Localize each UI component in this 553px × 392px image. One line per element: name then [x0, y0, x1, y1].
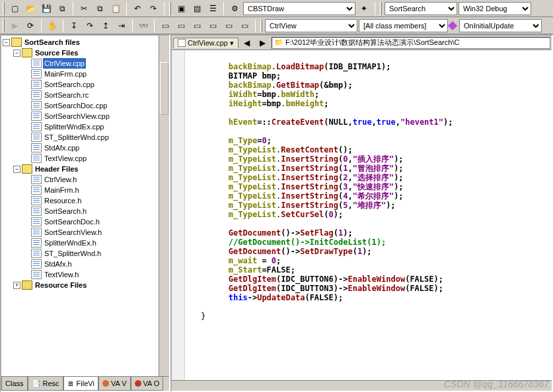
open-file-icon[interactable]: 📂 — [23, 1, 38, 16]
grip[interactable] — [260, 19, 262, 32]
tree-file[interactable]: ST_SplitterWnd.cpp — [24, 132, 169, 143]
go-icon[interactable]: ▶ — [7, 18, 22, 33]
tree-file[interactable]: MainFrm.h — [24, 185, 169, 195]
break-icon[interactable]: ✋ — [45, 18, 59, 33]
quickwatch-icon[interactable]: 👓 — [136, 18, 151, 33]
tree-file[interactable]: SortSearchView.cpp — [24, 111, 169, 121]
tree-file[interactable]: SortSearch.h — [24, 206, 169, 216]
tree-file[interactable]: SortSearchDoc.h — [24, 216, 169, 227]
main-split: −SortSearch files−Source FilesCtrlView.c… — [0, 34, 553, 392]
step-into-icon[interactable]: ↧ — [67, 18, 81, 33]
separator — [255, 19, 256, 32]
toolbar-row-2: ▶ ⟳ ✋ ↧ ↷ ↥ ⇥ 👓 ▭ ▭ ▭ ▭ ▭ ▭ CtrlView [Al… — [0, 17, 553, 34]
editor-pane: CtrlView.cpp ▾ ◀ ▶ 📁 F:\2012毕业设计\数据结构算法动… — [170, 34, 553, 392]
tree-folder[interactable]: +Resource Files — [13, 280, 169, 290]
tree-file[interactable]: StdAfx.h — [24, 259, 169, 269]
tree-file[interactable]: CtrlView.h — [24, 174, 169, 185]
tree-root[interactable]: −SortSearch files−Source FilesCtrlView.c… — [3, 37, 169, 290]
tree-file[interactable]: ST_SplitterWnd.h — [24, 248, 169, 259]
output-icon[interactable]: ▤ — [190, 1, 204, 16]
sync-icon[interactable]: ⟳ — [23, 18, 38, 33]
tree-file[interactable]: SortSearchView.h — [24, 227, 169, 238]
tab-resourceview[interactable]: 📑Resc — [28, 377, 63, 391]
cpp-file-icon — [178, 39, 186, 47]
separator — [375, 2, 375, 15]
tree-file[interactable]: Resource.h — [24, 195, 169, 206]
registers-icon[interactable]: ▭ — [190, 18, 204, 33]
grip[interactable] — [169, 2, 171, 15]
toolbar-row-1: ▢ 📂 💾 ⧉ ✂ ⧉ 📋 ↶ ↷ ▣ ▤ ☰ ⚙ CBSTDraw ✦ Sor… — [0, 0, 553, 17]
members-combo[interactable]: [All class members] — [359, 19, 448, 32]
document-tab-label: CtrlView.cpp — [188, 39, 228, 47]
tab-va-outline[interactable]: VA O — [131, 377, 164, 391]
step-out-icon[interactable]: ↥ — [98, 18, 113, 33]
variables-icon[interactable]: ▭ — [174, 18, 188, 33]
workspace-icon[interactable]: ▣ — [174, 1, 188, 16]
callstack-icon[interactable]: ▭ — [221, 18, 236, 33]
separator — [63, 19, 63, 32]
separator — [132, 19, 133, 32]
workspace-tabs: Class 📑Resc 🗎FileVi VA V VA O — [1, 376, 169, 391]
separator — [73, 2, 73, 15]
code-area[interactable]: backBimap.LoadBitmap(IDB_BITMAP1); BITMA… — [172, 50, 552, 380]
tab-dropdown-icon[interactable]: ▾ — [230, 39, 234, 48]
tree-file[interactable]: SortSearch.cpp — [24, 79, 169, 90]
function-combo[interactable]: OnInitialUpdate — [459, 19, 542, 32]
cut-icon[interactable]: ✂ — [77, 1, 91, 16]
document-bar: CtrlView.cpp ▾ ◀ ▶ 📁 F:\2012毕业设计\数据结构算法动… — [172, 36, 552, 50]
separator — [154, 19, 155, 32]
grip[interactable] — [380, 2, 382, 15]
tree-file[interactable]: MainFrm.cpp — [24, 69, 169, 79]
tree-file[interactable]: SortSearch.rc — [24, 90, 169, 100]
tab-va-view[interactable]: VA V — [98, 377, 131, 391]
member-fn-icon — [448, 20, 457, 30]
config-combo[interactable]: Win32 Debug — [459, 2, 531, 15]
redo-icon[interactable]: ↷ — [146, 1, 161, 16]
tree-file[interactable]: SortSearchDoc.cpp — [24, 100, 169, 111]
window-list-icon[interactable]: ☰ — [205, 1, 220, 16]
next-doc-icon[interactable]: ▶ — [256, 36, 270, 50]
tree-vscrollbar[interactable] — [159, 36, 169, 376]
file-tree[interactable]: −SortSearch files−Source FilesCtrlView.c… — [1, 36, 169, 376]
separator — [126, 2, 127, 15]
class-combo[interactable]: CBSTDraw — [243, 2, 355, 15]
tree-file[interactable]: CtrlView.cpp — [24, 58, 169, 69]
separator — [164, 2, 165, 15]
tree-file[interactable]: TextView.h — [24, 269, 169, 280]
watch-icon[interactable]: ▭ — [158, 18, 172, 33]
tree-file[interactable]: SplitterWndEx.h — [24, 238, 169, 248]
tree-folder[interactable]: −Header FilesCtrlView.hMainFrm.hResource… — [13, 164, 169, 280]
prev-doc-icon[interactable]: ◀ — [240, 36, 254, 50]
undo-icon[interactable]: ↶ — [130, 1, 145, 16]
memory-icon[interactable]: ▭ — [205, 18, 220, 33]
paste-icon[interactable]: 📋 — [108, 1, 123, 16]
workspace-pane: −SortSearch files−Source FilesCtrlView.c… — [0, 34, 170, 392]
separator — [41, 19, 42, 32]
editor-hscrollbar[interactable] — [172, 380, 552, 391]
copy-icon[interactable]: ⧉ — [92, 1, 107, 16]
tab-classview[interactable]: Class — [1, 377, 28, 391]
separator — [223, 2, 224, 15]
tree-file[interactable]: StdAfx.cpp — [24, 143, 169, 153]
class-wizard-icon[interactable]: ⚙ — [227, 1, 242, 16]
grip[interactable] — [3, 2, 5, 15]
tree-file[interactable]: TextView.cpp — [24, 153, 169, 164]
tree-folder[interactable]: −Source FilesCtrlView.cppMainFrm.cppSort… — [13, 48, 169, 164]
path-text: F:\2012毕业设计\数据结构算法动态演示\SortSearch\C — [285, 38, 459, 48]
wand-icon[interactable]: ✦ — [357, 1, 371, 16]
run-to-cursor-icon[interactable]: ⇥ — [114, 18, 129, 33]
save-all-icon[interactable]: ⧉ — [55, 1, 69, 16]
grip[interactable] — [3, 19, 5, 32]
document-tab[interactable]: CtrlView.cpp ▾ — [173, 38, 239, 48]
project-combo[interactable]: SortSearch — [385, 2, 457, 15]
disasm-icon[interactable]: ▭ — [237, 18, 252, 33]
save-icon[interactable]: 💾 — [39, 1, 54, 16]
step-over-icon[interactable]: ↷ — [83, 18, 97, 33]
scope-class-combo[interactable]: CtrlView — [265, 19, 357, 32]
folder-icon: 📁 — [274, 38, 283, 47]
path-box[interactable]: 📁 F:\2012毕业设计\数据结构算法动态演示\SortSearch\C — [272, 37, 550, 49]
editor-gutter — [172, 50, 185, 380]
tab-fileview[interactable]: 🗎FileVi — [63, 377, 98, 391]
tree-file[interactable]: SplitterWndEx.cpp — [24, 121, 169, 132]
new-file-icon[interactable]: ▢ — [7, 1, 22, 16]
